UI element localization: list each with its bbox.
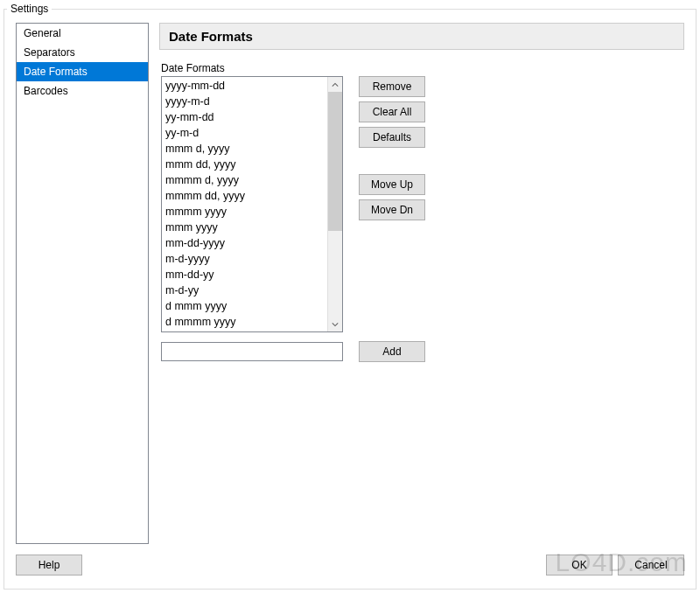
list-action-buttons: Remove Clear All Defaults Move Up Move D… bbox=[359, 76, 425, 220]
dialog-button-bar: Help OK Cancel bbox=[16, 555, 684, 576]
list-item[interactable]: m-d-yyyy bbox=[165, 251, 327, 267]
list-item[interactable]: mmm d, yyyy bbox=[165, 141, 327, 157]
move-down-button[interactable]: Move Dn bbox=[359, 199, 425, 220]
list-item[interactable]: m-d-yy bbox=[165, 283, 327, 298]
sidebar-item-separators[interactable]: Separators bbox=[17, 43, 148, 62]
chevron-down-icon bbox=[332, 318, 339, 331]
content-panel: Date Formats Date Formats yyyy-mm-dd yyy… bbox=[159, 23, 684, 544]
list-item[interactable]: mm-dd-yyyy bbox=[165, 235, 327, 251]
add-button[interactable]: Add bbox=[359, 341, 425, 362]
scroll-up-button[interactable] bbox=[328, 77, 342, 92]
cancel-button[interactable]: Cancel bbox=[618, 555, 684, 576]
new-format-input[interactable] bbox=[161, 342, 343, 361]
scroll-down-button[interactable] bbox=[328, 317, 342, 331]
main-area: General Separators Date Formats Barcodes… bbox=[16, 23, 684, 544]
list-item[interactable]: mmmm d, yyyy bbox=[165, 172, 327, 188]
list-item[interactable]: mmm dd, yyyy bbox=[165, 157, 327, 172]
settings-category-list[interactable]: General Separators Date Formats Barcodes bbox=[16, 23, 149, 544]
scroll-track[interactable] bbox=[328, 92, 342, 317]
ok-button[interactable]: OK bbox=[546, 555, 612, 576]
panel-header: Date Formats bbox=[159, 23, 684, 50]
sidebar-item-date-formats[interactable]: Date Formats bbox=[17, 62, 148, 81]
button-spacer bbox=[359, 152, 425, 170]
list-item[interactable]: mmm yyyy bbox=[165, 220, 327, 235]
settings-tab-label: Settings bbox=[7, 3, 52, 15]
move-up-button[interactable]: Move Up bbox=[359, 174, 425, 195]
list-item[interactable]: d mmm yyyy bbox=[165, 298, 327, 314]
list-item[interactable]: mm-dd-yy bbox=[165, 267, 327, 283]
list-item[interactable]: yy-mm-dd bbox=[165, 109, 327, 125]
list-item[interactable]: yyyy-mm-dd bbox=[165, 78, 327, 94]
list-item[interactable]: d mmmm yyyy bbox=[165, 314, 327, 330]
sidebar-item-general[interactable]: General bbox=[17, 24, 148, 43]
panel-body: Date Formats yyyy-mm-dd yyyy-m-d yy-mm-d… bbox=[159, 50, 684, 362]
formats-listbox[interactable]: yyyy-mm-dd yyyy-m-d yy-mm-dd yy-m-d mmm … bbox=[161, 76, 343, 332]
defaults-button[interactable]: Defaults bbox=[359, 127, 425, 148]
help-button[interactable]: Help bbox=[16, 555, 82, 576]
formats-list-label: Date Formats bbox=[161, 62, 682, 74]
formats-scrollbar[interactable] bbox=[327, 77, 342, 331]
list-item[interactable]: mmmm yyyy bbox=[165, 204, 327, 220]
sidebar-item-barcodes[interactable]: Barcodes bbox=[17, 81, 148, 101]
list-item[interactable]: yyyy-m-d bbox=[165, 94, 327, 109]
clear-all-button[interactable]: Clear All bbox=[359, 101, 425, 122]
formats-listbox-items: yyyy-mm-dd yyyy-m-d yy-mm-dd yy-m-d mmm … bbox=[162, 77, 327, 331]
scroll-thumb[interactable] bbox=[328, 92, 342, 231]
add-format-row: Add bbox=[161, 341, 682, 362]
list-item[interactable]: mmmm dd, yyyy bbox=[165, 188, 327, 204]
remove-button[interactable]: Remove bbox=[359, 76, 425, 97]
chevron-up-icon bbox=[332, 79, 339, 91]
list-item[interactable]: yy-m-d bbox=[165, 125, 327, 141]
